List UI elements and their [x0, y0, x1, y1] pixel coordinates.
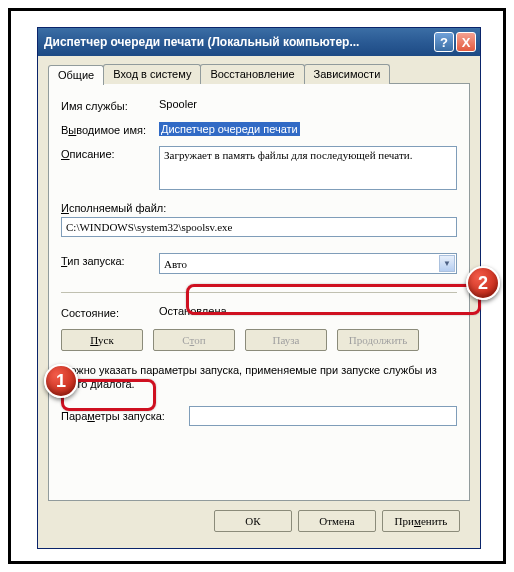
- tab-strip: Общие Вход в систему Восстановление Зави…: [48, 64, 470, 84]
- divider: [61, 292, 457, 293]
- description-textarea[interactable]: Загружает в память файлы для последующей…: [159, 146, 457, 190]
- cancel-button[interactable]: Отмена: [298, 510, 376, 532]
- window-title: Диспетчер очереди печати (Локальный комп…: [44, 35, 434, 49]
- tab-recovery[interactable]: Восстановление: [200, 64, 304, 84]
- startup-params-note: Можно указать параметры запуска, применя…: [61, 363, 457, 392]
- titlebar: Диспетчер очереди печати (Локальный комп…: [38, 28, 480, 56]
- apply-button[interactable]: Применить: [382, 510, 460, 532]
- executable-label: Исполняемый файл:: [61, 202, 457, 214]
- tab-general[interactable]: Общие: [48, 65, 104, 85]
- startup-type-dropdown[interactable]: Авто: [159, 253, 457, 274]
- service-properties-window: Диспетчер очереди печати (Локальный комп…: [37, 27, 481, 549]
- ok-button[interactable]: ОК: [214, 510, 292, 532]
- resume-button: Продолжить: [337, 329, 419, 351]
- annotation-badge-1: 1: [44, 364, 78, 398]
- startup-params-input[interactable]: [189, 406, 457, 426]
- state-label: Состояние:: [61, 305, 159, 319]
- close-button[interactable]: X: [456, 32, 476, 52]
- service-name-label: Имя службы:: [61, 98, 159, 112]
- tab-dependencies[interactable]: Зависимости: [304, 64, 391, 84]
- tab-logon[interactable]: Вход в систему: [103, 64, 201, 84]
- tab-panel-general: Имя службы: Spooler Выводимое имя: Диспе…: [48, 83, 470, 501]
- state-value: Остановлена: [159, 305, 457, 317]
- startup-type-label: Тип запуска:: [61, 253, 159, 267]
- stop-button: Стоп: [153, 329, 235, 351]
- display-name-value: Диспетчер очереди печати: [159, 122, 300, 136]
- pause-button: Пауза: [245, 329, 327, 351]
- startup-params-label: Параметры запуска:: [61, 410, 189, 422]
- executable-path[interactable]: [61, 217, 457, 237]
- description-label: Описание:: [61, 146, 159, 160]
- display-name-label: Выводимое имя:: [61, 122, 159, 136]
- start-button[interactable]: Пуск: [61, 329, 143, 351]
- help-button[interactable]: ?: [434, 32, 454, 52]
- annotation-badge-2: 2: [466, 266, 500, 300]
- service-name-value: Spooler: [159, 98, 457, 110]
